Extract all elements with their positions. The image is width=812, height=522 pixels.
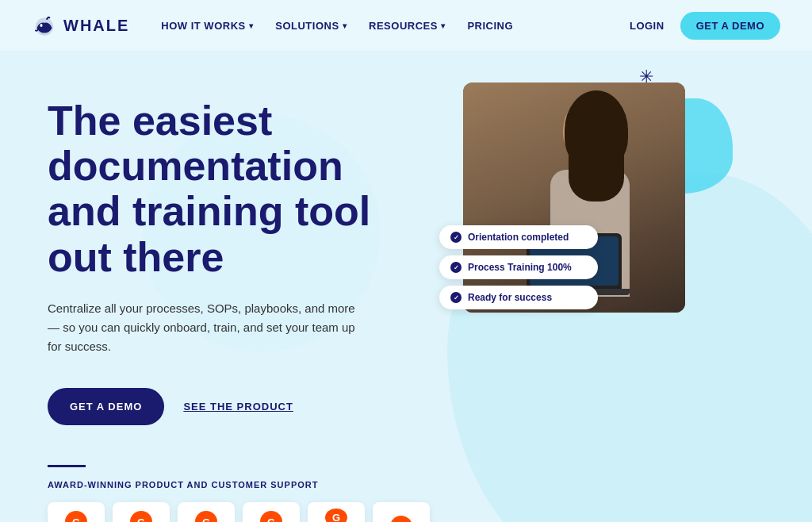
badge-best-support: G BestSupport bbox=[48, 502, 105, 522]
nav-how-it-works[interactable]: HOW IT WORKS ▾ bbox=[161, 20, 253, 32]
g2-icon: G bbox=[260, 511, 282, 522]
g2-icon: G bbox=[390, 516, 412, 522]
badge-leader: G Leader bbox=[373, 502, 430, 522]
chevron-down-icon: ▾ bbox=[343, 21, 347, 30]
g2-icon: G bbox=[65, 511, 87, 522]
chevron-down-icon: ▾ bbox=[249, 21, 254, 30]
progress-cards: Orientation completed Process Training 1… bbox=[439, 225, 598, 309]
badge-momentum-leader: G MomentumLeader bbox=[178, 502, 235, 522]
get-demo-nav-button[interactable]: GET A DEMO bbox=[680, 12, 780, 40]
progress-card-2: Process Training 100% bbox=[439, 255, 598, 279]
nav-links: HOW IT WORKS ▾ SOLUTIONS ▾ RESOURCES ▾ P… bbox=[161, 20, 630, 32]
figure-hair bbox=[565, 90, 628, 170]
hero-right: ✳ Orientat bbox=[431, 83, 764, 320]
award-label: AWARD-WINNING PRODUCT AND CUSTOMER SUPPO… bbox=[48, 480, 431, 489]
decorative-star-icon: ✳ bbox=[639, 67, 653, 87]
navbar: WHALE HOW IT WORKS ▾ SOLUTIONS ▾ RESOURC… bbox=[0, 0, 812, 51]
hero-title: The easiest documentation and training t… bbox=[48, 98, 412, 280]
g2-icon: G bbox=[325, 509, 347, 522]
check-icon-2 bbox=[450, 262, 462, 273]
g2-icon: G bbox=[195, 511, 217, 522]
hero-buttons: GET A DEMO SEE THE PRODUCT bbox=[48, 388, 431, 425]
progress-card-3: Ready for success bbox=[439, 286, 598, 309]
progress-card-1: Orientation completed bbox=[439, 225, 598, 249]
nav-pricing[interactable]: PRICING bbox=[467, 20, 513, 32]
logo[interactable]: WHALE bbox=[32, 13, 129, 38]
progress-label-2: Process Training 100% bbox=[468, 262, 572, 273]
hero-left: The easiest documentation and training t… bbox=[48, 90, 431, 522]
award-badges: G BestSupport G BestEst. ROI G MomentumL… bbox=[48, 502, 431, 522]
badge-easiest-setup: G EasiestSetup bbox=[243, 502, 300, 522]
divider bbox=[48, 465, 86, 467]
nav-solutions[interactable]: SOLUTIONS ▾ bbox=[275, 20, 347, 32]
progress-label-3: Ready for success bbox=[468, 292, 552, 303]
nav-resources[interactable]: RESOURCES ▾ bbox=[369, 20, 445, 32]
get-demo-hero-button[interactable]: GET A DEMO bbox=[48, 388, 164, 425]
svg-point-1 bbox=[40, 24, 42, 27]
login-button[interactable]: LOGIN bbox=[630, 20, 665, 32]
badge-best-roi: G BestEst. ROI bbox=[113, 502, 170, 522]
badge-users-recommend: G Users MostLikely ToRecommend bbox=[308, 502, 365, 522]
hero-section: The easiest documentation and training t… bbox=[0, 51, 812, 522]
hero-subtitle: Centralize all your processes, SOPs, pla… bbox=[48, 299, 365, 356]
g2-icon: G bbox=[130, 511, 152, 522]
check-icon-1 bbox=[450, 232, 462, 243]
progress-label-1: Orientation completed bbox=[468, 232, 569, 243]
check-icon-3 bbox=[450, 292, 462, 303]
whale-logo-icon bbox=[32, 13, 57, 38]
chevron-down-icon: ▾ bbox=[441, 21, 446, 30]
see-product-link[interactable]: SEE THE PRODUCT bbox=[183, 401, 293, 413]
hero-image-wrapper: ✳ Orientat bbox=[463, 83, 717, 320]
nav-right: LOGIN GET A DEMO bbox=[630, 12, 780, 40]
brand-name: WHALE bbox=[63, 17, 129, 35]
